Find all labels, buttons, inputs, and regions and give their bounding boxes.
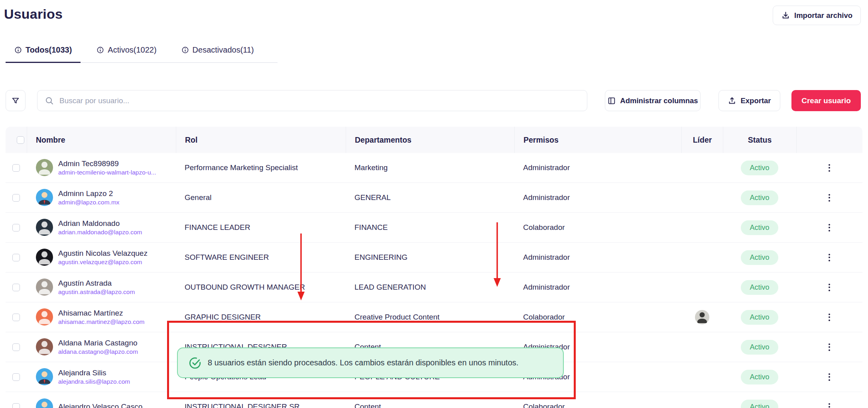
- column-header-nombre: Nombre: [27, 127, 176, 153]
- user-name: Adrian Maldonado: [58, 219, 142, 228]
- row-actions-kebab-icon[interactable]: [825, 280, 833, 294]
- role-cell: INSTRUCTIONAL DESIGNER SR: [176, 402, 346, 408]
- user-identity: Aldana Maria Castagno aldana.castagno@la…: [58, 338, 138, 356]
- status-badge: Activo: [741, 400, 778, 408]
- export-button[interactable]: Exportar: [718, 90, 780, 111]
- permission-cell: Administrador: [514, 193, 681, 202]
- role-cell: OUTBOUND GROWTH MANAGER: [176, 283, 346, 292]
- status-badge: Activo: [741, 161, 778, 175]
- user-identity: Adminn Lapzo 2 admin@lapzo.com.mx: [58, 189, 120, 206]
- users-page: Usuarios Importar archivo Todos(1033) Ac…: [0, 0, 868, 408]
- toast-message: 8 usuarios están siendo procesados. Los …: [208, 358, 518, 367]
- row-checkbox[interactable]: [12, 224, 20, 231]
- user-email[interactable]: aldana.castagno@lapzo.com: [58, 348, 138, 356]
- row-actions-kebab-icon[interactable]: [825, 370, 833, 384]
- tab-activos[interactable]: Activos(1022): [88, 43, 165, 63]
- avatar-photo-glyph: [36, 159, 53, 176]
- columns-icon: [607, 96, 616, 105]
- department-cell: Creative Product Content: [346, 313, 514, 322]
- avatar: [36, 368, 53, 385]
- row-actions-kebab-icon[interactable]: [825, 221, 833, 235]
- permission-cell: Colaborador: [514, 313, 681, 322]
- avatar-photo-glyph: [36, 219, 53, 236]
- user-name: Aldana Maria Castagno: [58, 338, 138, 348]
- department-cell: LEAD GENERATION: [346, 283, 514, 292]
- column-header-departamentos: Departamentos: [346, 127, 514, 153]
- avatar: [36, 279, 53, 296]
- row-actions-kebab-icon[interactable]: [825, 340, 833, 354]
- tab-desactivados[interactable]: Desactivados(11): [173, 43, 263, 63]
- manage-columns-button[interactable]: Administrar columnas: [605, 90, 701, 111]
- column-header-permisos: Permisos: [514, 127, 681, 153]
- select-all-checkbox[interactable]: [17, 136, 24, 144]
- tab-todos[interactable]: Todos(1033): [6, 43, 81, 63]
- create-user-button[interactable]: Crear usuario: [791, 90, 861, 111]
- upload-icon: [728, 96, 736, 105]
- leader-avatar: [695, 310, 709, 324]
- table-row: Adminn Lapzo 2 admin@lapzo.com.mx Genera…: [6, 183, 862, 213]
- table-row: Alejandro Velasco Casco INSTRUCTIONAL DE…: [6, 392, 862, 408]
- user-email[interactable]: admin@lapzo.com.mx: [58, 198, 120, 206]
- row-checkbox[interactable]: [12, 373, 20, 381]
- row-checkbox[interactable]: [12, 194, 20, 202]
- row-actions-kebab-icon[interactable]: [825, 251, 833, 265]
- avatar: [36, 159, 53, 176]
- avatar-cartoon-glyph: [36, 398, 53, 408]
- page-title: Usuarios: [4, 6, 63, 22]
- row-actions-kebab-icon[interactable]: [825, 191, 833, 205]
- row-checkbox[interactable]: [12, 164, 20, 172]
- permission-cell: Administrador: [514, 253, 681, 262]
- user-email[interactable]: agustin.astrada@lapzo.com: [58, 288, 135, 296]
- status-badge: Activo: [741, 310, 778, 325]
- permission-cell: Administrador: [514, 283, 681, 292]
- user-email[interactable]: agustin.velazquez@lapzo.com: [58, 258, 148, 266]
- user-name: Admin Tec898989: [58, 159, 156, 169]
- user-identity: Admin Tec898989 admin-tecmilenio-walmart…: [58, 159, 156, 177]
- status-badge: Activo: [741, 280, 778, 295]
- avatar-cartoon-glyph: [36, 189, 53, 206]
- row-checkbox[interactable]: [12, 343, 20, 351]
- import-file-button[interactable]: Importar archivo: [773, 6, 861, 25]
- status-badge: Activo: [741, 370, 778, 384]
- table-header: Nombre Rol Departamentos Permisos Líder …: [6, 127, 862, 153]
- role-cell: SOFTWARE ENGINEER: [176, 253, 346, 262]
- column-header-rol: Rol: [176, 127, 346, 153]
- row-actions-kebab-icon[interactable]: [825, 161, 833, 175]
- user-email[interactable]: ahisamac.martinez@lapzo.com: [58, 318, 144, 326]
- user-identity: Agustin Nicolas Velazquez agustin.velazq…: [58, 249, 148, 266]
- table-row: Admin Tec898989 admin-tecmilenio-walmart…: [6, 153, 862, 183]
- permission-cell: Colaborador: [514, 223, 681, 232]
- row-checkbox[interactable]: [12, 403, 20, 408]
- status-badge: Activo: [741, 250, 778, 265]
- filter-button[interactable]: [6, 90, 26, 111]
- user-name: Agustin Nicolas Velazquez: [58, 249, 148, 258]
- user-identity: Ahisamac Martínez ahisamac.martinez@lapz…: [58, 308, 144, 326]
- user-email[interactable]: adrian.maldonado@lapzo.com: [58, 228, 142, 236]
- user-name: Alejandra Silis: [58, 368, 130, 378]
- permission-cell: Colaborador: [514, 402, 681, 408]
- row-actions-kebab-icon[interactable]: [825, 400, 833, 408]
- role-cell: General: [176, 193, 346, 202]
- avatar: [36, 249, 53, 266]
- user-identity: Alejandra Silis alejandra.silis@lapzo.co…: [58, 368, 130, 386]
- avatar-photo-glyph: [36, 279, 53, 296]
- search-input[interactable]: [59, 96, 580, 105]
- column-header-lider: Líder: [681, 127, 723, 153]
- role-cell: FINANCE LEADER: [176, 223, 346, 232]
- column-header-status: Status: [723, 127, 796, 153]
- user-identity: Alejandro Velasco Casco: [58, 402, 142, 408]
- row-checkbox[interactable]: [12, 284, 20, 291]
- row-checkbox[interactable]: [12, 314, 20, 321]
- permission-cell: Administrador: [514, 163, 681, 172]
- user-email[interactable]: alejandra.silis@lapzo.com: [58, 378, 130, 386]
- check-circle-icon: [188, 356, 202, 370]
- table-row: Ahisamac Martínez ahisamac.martinez@lapz…: [6, 302, 862, 332]
- row-actions-kebab-icon[interactable]: [825, 310, 833, 324]
- department-cell: GENERAL: [346, 193, 514, 202]
- search-icon: [45, 96, 54, 106]
- processing-toast: 8 usuarios están siendo procesados. Los …: [177, 347, 564, 378]
- user-email[interactable]: admin-tecmilenio-walmart-lapzo-u...: [58, 169, 156, 177]
- user-name: Adminn Lapzo 2: [58, 189, 120, 198]
- table-row: Agustín Astrada agustin.astrada@lapzo.co…: [6, 273, 862, 302]
- row-checkbox[interactable]: [12, 254, 20, 261]
